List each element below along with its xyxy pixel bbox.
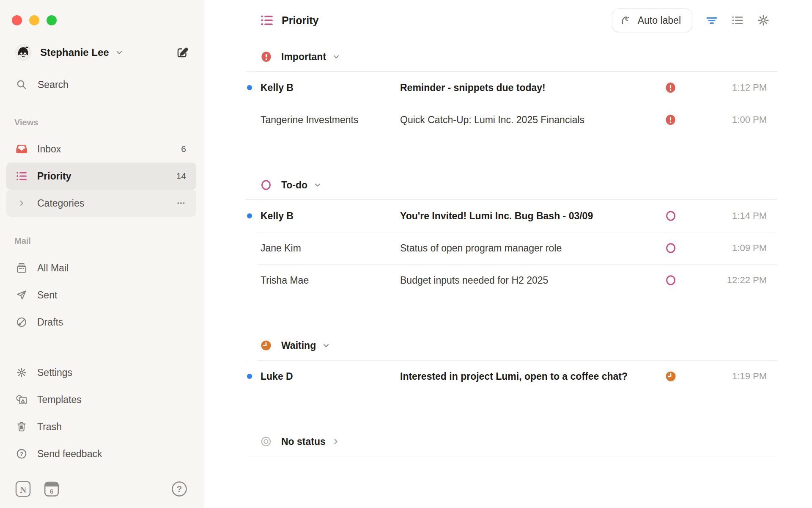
- email-sender: Trisha Mae: [261, 275, 400, 286]
- important-icon: [261, 51, 272, 62]
- important-icon[interactable]: [665, 114, 676, 125]
- mail-list: All MailSentDrafts: [0, 254, 203, 336]
- zoom-window-button[interactable]: [47, 15, 57, 25]
- chevron-down-icon[interactable]: [332, 52, 340, 61]
- sidebar-item-label: Drafts: [37, 317, 63, 328]
- todo-icon[interactable]: [665, 275, 676, 286]
- search-icon: [16, 79, 27, 90]
- todo-icon[interactable]: [665, 210, 676, 221]
- email-sender: Kelly B: [261, 82, 400, 94]
- chevron-right-icon: [16, 199, 27, 207]
- mail-sections: ImportantKelly BReminder - snippets due …: [246, 42, 777, 491]
- calendar-badge[interactable]: 6: [44, 480, 60, 497]
- sidebar-item-sent[interactable]: Sent: [6, 282, 196, 309]
- sidebar-item-label: Inbox: [37, 144, 61, 155]
- sidebar: Stephanie Lee Search Views Inbox6Priorit…: [0, 0, 203, 508]
- priority-list-icon: [261, 14, 273, 27]
- email-time: 1:12 PM: [732, 82, 767, 93]
- chevron-down-icon[interactable]: [322, 341, 330, 350]
- mail-section-label: Mail: [14, 236, 31, 246]
- email-sender: Tangerine Investments: [261, 114, 400, 126]
- drafts-icon: [16, 317, 27, 328]
- email-row-todo-1[interactable]: Jane KimStatus of open program manager r…: [246, 232, 777, 264]
- unread-dot: [247, 85, 252, 90]
- email-subject: Status of open program manager role: [400, 243, 777, 254]
- unread-dot: [247, 374, 252, 379]
- section-todo: To-doKelly BYou're Invited! Lumi Inc. Bu…: [246, 171, 777, 296]
- email-row-important-1[interactable]: Tangerine InvestmentsQuick Catch-Up: Lum…: [246, 104, 777, 136]
- email-row-important-0[interactable]: Kelly BReminder - snippets due today!1:1…: [246, 72, 777, 104]
- email-row-todo-0[interactable]: Kelly BYou're Invited! Lumi Inc. Bug Bas…: [246, 200, 777, 232]
- sidebar-item-drafts[interactable]: Drafts: [6, 309, 196, 336]
- close-window-button[interactable]: [12, 15, 22, 25]
- sidebar-item-label: Sent: [37, 290, 57, 301]
- minimize-window-button[interactable]: [29, 15, 39, 25]
- gear-icon[interactable]: [757, 14, 770, 27]
- section-title: Important: [281, 51, 326, 63]
- waiting-icon: [261, 340, 272, 351]
- sidebar-item-categories[interactable]: Categories: [6, 190, 196, 217]
- email-subject: You're Invited! Lumi Inc. Bug Bash - 03/…: [400, 210, 777, 222]
- email-subject: Quick Catch-Up: Lumi Inc. 2025 Financial…: [400, 114, 777, 126]
- unread-count-badge: 14: [176, 171, 186, 181]
- todo-icon[interactable]: [665, 243, 676, 254]
- email-row-waiting-0[interactable]: Luke DInterested in project Lumi, open t…: [246, 360, 777, 392]
- sidebar-item-label: Send feedback: [37, 448, 102, 460]
- sidebar-item-label: Settings: [37, 367, 72, 378]
- svg-text:?: ?: [177, 484, 182, 494]
- gear-icon: [16, 367, 27, 378]
- sidebar-item-send-feedback[interactable]: ?Send feedback: [6, 440, 196, 467]
- email-time: 1:19 PM: [732, 371, 767, 382]
- unread-dot: [247, 213, 252, 218]
- svg-text:?: ?: [20, 451, 23, 457]
- section-title: To-do: [281, 179, 307, 191]
- email-sender: Luke D: [261, 371, 400, 382]
- notion-logo-badge[interactable]: N: [15, 480, 32, 498]
- important-icon[interactable]: [665, 82, 676, 93]
- email-sender: Jane Kim: [261, 243, 400, 254]
- help-icon: ?: [16, 448, 27, 459]
- chevron-right-icon[interactable]: [332, 437, 340, 446]
- sidebar-item-settings[interactable]: Settings: [6, 359, 196, 386]
- sidebar-item-all-mail[interactable]: All Mail: [6, 254, 196, 282]
- email-row-todo-2[interactable]: Trisha MaeBudget inputs needed for H2 20…: [246, 264, 777, 296]
- avatar: [15, 44, 32, 61]
- send-icon: [16, 290, 27, 301]
- section-header-no-status[interactable]: No status: [246, 427, 777, 456]
- sidebar-item-label: All Mail: [37, 262, 69, 274]
- email-time: 1:00 PM: [732, 114, 767, 125]
- trash-icon: [16, 421, 27, 432]
- email-time: 12:22 PM: [727, 275, 767, 286]
- auto-label-button[interactable]: Auto label: [612, 8, 692, 32]
- sidebar-item-templates[interactable]: Templates: [6, 386, 196, 413]
- section-title: Waiting: [281, 340, 316, 351]
- header-actions: Auto label: [612, 8, 770, 32]
- section-title: No status: [281, 436, 326, 447]
- sidebar-item-trash[interactable]: Trash: [6, 413, 196, 440]
- list-view-icon[interactable]: [731, 14, 744, 27]
- main-header: Priority Auto label: [246, 6, 777, 35]
- section-waiting: WaitingLuke DInterested in project Lumi,…: [246, 331, 777, 392]
- sidebar-item-label: Priority: [37, 171, 71, 182]
- ellipsis-icon[interactable]: [176, 198, 186, 208]
- waiting-icon[interactable]: [665, 371, 676, 382]
- help-button[interactable]: ?: [171, 480, 188, 497]
- section-header-waiting[interactable]: Waiting: [246, 331, 777, 360]
- compose-button[interactable]: [176, 46, 189, 59]
- filter-icon[interactable]: [705, 14, 718, 27]
- chevron-down-icon[interactable]: [313, 181, 322, 189]
- main-panel: Priority Auto label ImportantKelly BRemi…: [203, 0, 812, 508]
- unread-count-badge: 6: [181, 144, 186, 154]
- section-header-todo[interactable]: To-do: [246, 171, 777, 200]
- sidebar-bottom-bar: N 6 ?: [15, 480, 188, 498]
- page-title: Priority: [282, 14, 319, 27]
- account-switcher[interactable]: Stephanie Lee: [0, 44, 203, 61]
- section-header-important[interactable]: Important: [246, 42, 777, 72]
- auto-label-text: Auto label: [638, 15, 681, 26]
- email-subject: Reminder - snippets due today!: [400, 82, 777, 94]
- svg-text:6: 6: [50, 488, 54, 495]
- sidebar-item-inbox[interactable]: Inbox6: [6, 135, 196, 163]
- sidebar-item-priority[interactable]: Priority14: [6, 163, 196, 190]
- search-input[interactable]: Search: [0, 75, 203, 95]
- views-section-label: Views: [14, 118, 38, 127]
